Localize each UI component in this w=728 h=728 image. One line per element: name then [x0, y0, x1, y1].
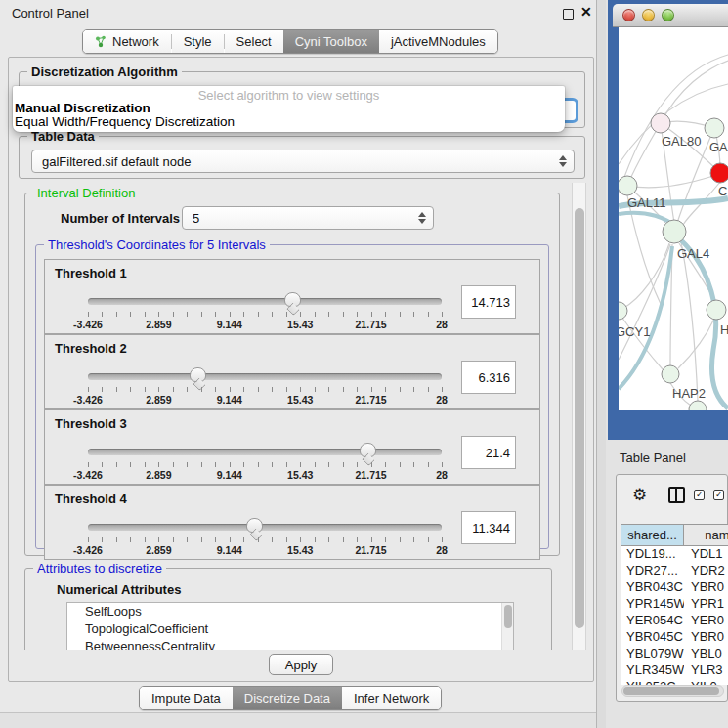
table-cell[interactable]: YBR045C	[621, 629, 684, 646]
column-header-shared-name[interactable]: shared...	[621, 525, 684, 545]
table-cell[interactable]: YPR1	[684, 596, 728, 613]
slider-thumb[interactable]	[190, 367, 206, 382]
threshold-slider[interactable]: -3.4262.8599.14415.4321.71528	[88, 443, 442, 484]
network-node[interactable]	[619, 302, 627, 320]
table-toolbar: ⚙ ✓ ✓	[617, 481, 727, 508]
table-data-group: Table Data galFiltered.sif default node	[19, 136, 585, 179]
table-row[interactable]: YPR145WYPR1	[621, 596, 728, 613]
table-cell[interactable]: YBL0	[684, 646, 728, 663]
table-row[interactable]: YER054CYER0	[621, 613, 728, 629]
slider-track[interactable]	[88, 449, 442, 455]
node-label: HAP2	[672, 386, 706, 401]
algorithm-option-equal-width[interactable]: Equal Width/Frequency Discretization	[13, 115, 565, 129]
slider-ticks	[88, 537, 446, 542]
table-data-combobox[interactable]: galFiltered.sif default node	[31, 150, 575, 173]
table-cell[interactable]: YDL1	[684, 546, 728, 563]
network-node[interactable]	[707, 300, 726, 320]
network-node[interactable]	[710, 163, 728, 183]
threshold-row: Threshold 2 -3.4262.8599.14415.4321.7152…	[44, 334, 540, 409]
threshold-value-field[interactable]: 6.316	[461, 361, 516, 394]
apply-button[interactable]: Apply	[269, 654, 333, 675]
table-row[interactable]: YDR27...YDR2	[621, 563, 728, 579]
network-canvas[interactable]: GAL80GACGAL11GAL4GCY1HHAP2	[619, 27, 728, 410]
tab-style[interactable]: Style	[172, 30, 224, 53]
top-tab-bar: Network Style Select Cyni Toolbox jActiv…	[82, 29, 498, 54]
threshold-value-field[interactable]: 11.344	[461, 511, 516, 544]
numerical-attributes-list[interactable]: SelfLoopsTopologicalCoefficientBetweenne…	[66, 602, 514, 650]
network-node[interactable]	[662, 365, 679, 383]
table-cell[interactable]: YLR3	[684, 663, 728, 679]
list-item[interactable]: BetweennessCentrality	[67, 638, 513, 650]
algorithm-option-manual[interactable]: Manual Discretization	[13, 102, 565, 115]
tab-label: Cyni Toolbox	[295, 34, 367, 49]
threshold-slider[interactable]: -3.4262.8599.14415.4321.71528	[88, 367, 442, 408]
split-columns-icon[interactable]	[668, 487, 685, 503]
float-window-icon[interactable]	[563, 9, 574, 20]
tab-infer-network[interactable]: Infer Network	[342, 687, 441, 709]
slider-thumb[interactable]	[360, 443, 376, 457]
threshold-slider[interactable]: -3.4262.8599.14415.4321.71528	[88, 292, 442, 333]
table-row[interactable]: YBR043CYBR0	[621, 579, 728, 596]
threshold-value-field[interactable]: 14.713	[461, 285, 516, 319]
main-scrollbar[interactable]	[572, 183, 586, 650]
number-of-intervals-combobox[interactable]: 5	[182, 206, 434, 230]
table-cell[interactable]: YBR0	[684, 579, 728, 596]
gear-icon[interactable]: ⚙	[632, 485, 647, 505]
minimize-traffic-light-icon[interactable]	[642, 9, 655, 21]
network-node[interactable]	[663, 220, 686, 243]
table-cell[interactable]: YBR0	[684, 629, 728, 646]
table-cell[interactable]: YER054C	[621, 613, 684, 629]
list-item[interactable]: SelfLoops	[67, 603, 513, 621]
threshold-value-field[interactable]: 21.4	[461, 436, 516, 469]
table-cell[interactable]: YDR2	[684, 563, 728, 579]
network-node[interactable]	[689, 401, 707, 410]
table-horizontal-scrollbar[interactable]	[621, 685, 724, 697]
table-cell[interactable]: YPR145W	[621, 596, 684, 613]
slider-track[interactable]	[88, 298, 442, 305]
close-icon[interactable]: ✕	[580, 4, 592, 20]
interval-definition-group: Interval Definition Number of Intervals …	[24, 193, 560, 556]
network-node[interactable]	[619, 176, 637, 195]
table-rows: YDL19...YDL1YDR27...YDR2YBR043CYBR0YPR14…	[621, 546, 728, 696]
list-scrollbar[interactable]	[501, 603, 513, 650]
table-cell[interactable]: YDR27...	[621, 563, 684, 579]
tab-cyni-toolbox[interactable]: Cyni Toolbox	[283, 30, 379, 53]
scrollbar-thumb[interactable]	[623, 687, 719, 695]
slider-thumb[interactable]	[284, 292, 301, 307]
checkbox-icon[interactable]: ✓	[713, 490, 724, 500]
tick-label: 15.43	[287, 469, 313, 481]
scrollbar-thumb[interactable]	[504, 605, 512, 628]
node-table[interactable]: shared... name YDL19...YDL1YDR27...YDR2Y…	[621, 524, 728, 685]
table-cell[interactable]: YLR345W	[621, 663, 684, 679]
tab-impute-data[interactable]: Impute Data	[140, 687, 233, 709]
tab-jactivemnodules[interactable]: jActiveMNodules	[379, 30, 497, 53]
attributes-group: Attributes to discretize Numerical Attri…	[24, 568, 552, 650]
table-cell[interactable]: YDL19...	[621, 546, 684, 563]
network-node[interactable]	[705, 118, 724, 138]
table-cell[interactable]: YBR043C	[621, 579, 684, 596]
table-cell[interactable]: YER0	[684, 613, 728, 629]
column-header-name[interactable]: name	[684, 525, 728, 545]
table-row[interactable]: YBR045CYBR0	[621, 629, 728, 646]
slider-track[interactable]	[88, 373, 442, 380]
slider-track[interactable]	[88, 524, 442, 531]
network-node[interactable]	[651, 113, 670, 133]
tab-discretize-data[interactable]: Discretize Data	[233, 687, 342, 709]
table-row[interactable]: YBL079WYBL0	[621, 646, 728, 663]
table-cell[interactable]: YBL079W	[621, 646, 684, 663]
thresholds-group: Threshold's Coordinates for 5 Intervals …	[35, 244, 549, 549]
slider-thumb[interactable]	[246, 518, 263, 533]
tab-network[interactable]: Network	[83, 30, 171, 53]
table-row[interactable]: YDL19...YDL1	[621, 546, 728, 563]
zoom-traffic-light-icon[interactable]	[662, 9, 674, 21]
network-window-titlebar[interactable]	[613, 4, 728, 27]
threshold-slider[interactable]: -3.4262.8599.14415.4321.71528	[88, 518, 442, 559]
table-header-row: shared... name	[621, 524, 728, 546]
tab-select[interactable]: Select	[225, 30, 283, 53]
table-row[interactable]: YLR345WYLR3	[621, 663, 728, 679]
checkbox-icon[interactable]: ✓	[694, 490, 705, 500]
close-traffic-light-icon[interactable]	[622, 9, 635, 21]
number-of-intervals-label: Number of Intervals	[61, 211, 180, 226]
scrollbar-thumb[interactable]	[575, 208, 584, 628]
list-item[interactable]: TopologicalCoefficient	[67, 621, 513, 638]
